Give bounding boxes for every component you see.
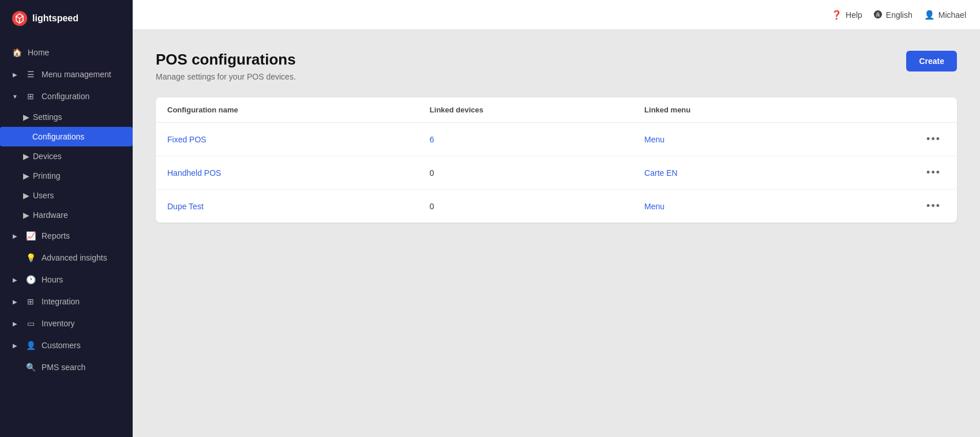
menu-management-icon: ☰ xyxy=(25,69,36,80)
sidebar: lightspeed 🏠 Home ▶ ☰ Menu management ▼ … xyxy=(0,0,133,437)
table-header: Configuration name Linked devices Linked… xyxy=(156,97,957,123)
home-icon: 🏠 xyxy=(12,47,22,58)
sidebar-item-inventory[interactable]: ▶ ▭ Inventory xyxy=(0,312,133,334)
help-label: Help xyxy=(846,10,862,20)
sidebar-item-customers[interactable]: ▶ 👤 Customers xyxy=(0,334,133,356)
hours-chevron-icon: ▶ xyxy=(12,276,18,283)
sidebar-item-hours[interactable]: ▶ 🕐 Hours xyxy=(0,269,133,291)
topbar: ❓ Help 🅐 English 👤 Michael xyxy=(133,0,980,30)
devices-chevron-icon: ▶ xyxy=(23,152,29,161)
create-button[interactable]: Create xyxy=(906,51,957,71)
customers-icon: 👤 xyxy=(25,340,36,351)
language-label: English xyxy=(886,10,913,20)
row-3-name-link[interactable]: Dupe Test xyxy=(167,202,204,211)
language-selector[interactable]: 🅐 English xyxy=(874,10,913,20)
sidebar-item-users[interactable]: ▶ Users xyxy=(0,186,133,205)
sidebar-item-home-label: Home xyxy=(28,48,49,57)
configurations-table: Configuration name Linked devices Linked… xyxy=(156,97,957,223)
customers-chevron-icon: ▶ xyxy=(12,342,18,349)
row-1-name-link[interactable]: Fixed POS xyxy=(167,135,206,144)
configuration-icon: ⊞ xyxy=(25,91,36,101)
page-title: POS configurations xyxy=(156,51,296,69)
users-chevron-icon: ▶ xyxy=(23,191,29,200)
user-icon: 👤 xyxy=(924,10,935,20)
col-header-actions xyxy=(827,97,957,123)
col-header-name: Configuration name xyxy=(156,97,418,123)
table-row: Fixed POS 6 Menu ••• xyxy=(156,123,957,156)
sidebar-item-devices[interactable]: ▶ Devices xyxy=(0,146,133,166)
help-icon: ❓ xyxy=(831,10,842,20)
sidebar-item-menu-management[interactable]: ▶ ☰ Menu management xyxy=(0,63,133,85)
hardware-chevron-icon: ▶ xyxy=(23,210,29,220)
row-3-devices: 0 xyxy=(418,190,633,223)
row-1-more-button[interactable]: ••• xyxy=(922,131,945,148)
sidebar-item-printing-label: Printing xyxy=(33,171,60,180)
sidebar-item-settings-label: Settings xyxy=(33,112,62,122)
reports-icon: 📈 xyxy=(25,231,36,241)
page-subtitle: Manage settings for your POS devices. xyxy=(156,72,296,81)
sidebar-item-configurations[interactable]: Configurations xyxy=(0,127,133,146)
pms-icon: 🔍 xyxy=(25,362,36,372)
page-header-text: POS configurations Manage settings for y… xyxy=(156,51,296,81)
sidebar-item-configurations-label: Configurations xyxy=(32,132,84,141)
logo[interactable]: lightspeed xyxy=(0,0,133,37)
page-content: POS configurations Manage settings for y… xyxy=(133,30,980,437)
table-body: Fixed POS 6 Menu ••• Handheld POS 0 Cart… xyxy=(156,123,957,223)
main-area: ❓ Help 🅐 English 👤 Michael POS configura… xyxy=(133,0,980,437)
col-header-menu: Linked menu xyxy=(633,97,827,123)
user-label: Michael xyxy=(938,10,966,20)
row-3-more-button[interactable]: ••• xyxy=(922,198,945,214)
logo-text: lightspeed xyxy=(32,13,78,24)
sidebar-item-settings[interactable]: ▶ Settings xyxy=(0,107,133,127)
row-1-devices-link[interactable]: 6 xyxy=(430,135,434,144)
row-3-menu-link[interactable]: Menu xyxy=(644,202,664,211)
sidebar-item-inventory-label: Inventory xyxy=(42,319,75,328)
chevron-down-icon: ▼ xyxy=(12,93,18,100)
inventory-icon: ▭ xyxy=(25,318,36,329)
printing-chevron-icon: ▶ xyxy=(23,171,29,180)
settings-chevron-icon: ▶ xyxy=(23,112,29,122)
table-row: Handheld POS 0 Carte EN ••• xyxy=(156,156,957,190)
sidebar-item-pms-search[interactable]: ▶ 🔍 PMS search xyxy=(0,356,133,378)
sidebar-item-printing[interactable]: ▶ Printing xyxy=(0,166,133,186)
integration-icon: ⊞ xyxy=(25,296,36,307)
row-2-devices: 0 xyxy=(418,156,633,190)
hours-icon: 🕐 xyxy=(25,274,36,285)
row-2-name-link[interactable]: Handheld POS xyxy=(167,168,221,178)
sidebar-navigation: 🏠 Home ▶ ☰ Menu management ▼ ⊞ Configura… xyxy=(0,37,133,437)
page-header: POS configurations Manage settings for y… xyxy=(156,51,957,81)
sidebar-item-integration[interactable]: ▶ ⊞ Integration xyxy=(0,291,133,312)
sidebar-item-configuration-label: Configuration xyxy=(42,92,89,101)
help-button[interactable]: ❓ Help xyxy=(831,10,862,20)
reports-chevron-icon: ▶ xyxy=(12,232,18,239)
sidebar-item-advanced-insights[interactable]: ▶ 💡 Advanced insights xyxy=(0,247,133,269)
logo-icon xyxy=(12,10,28,27)
integration-chevron-icon: ▶ xyxy=(12,298,18,305)
language-icon: 🅐 xyxy=(874,10,883,20)
sidebar-item-customers-label: Customers xyxy=(42,341,81,350)
insights-icon: 💡 xyxy=(25,253,36,263)
chevron-icon: ▶ xyxy=(12,71,18,78)
sidebar-item-menu-management-label: Menu management xyxy=(42,70,111,79)
sidebar-item-home[interactable]: 🏠 Home xyxy=(0,42,133,63)
sidebar-item-devices-label: Devices xyxy=(33,152,62,161)
sidebar-item-pms-search-label: PMS search xyxy=(42,363,85,372)
row-2-more-button[interactable]: ••• xyxy=(922,164,945,181)
sidebar-item-integration-label: Integration xyxy=(42,297,80,306)
table-row: Dupe Test 0 Menu ••• xyxy=(156,190,957,223)
sidebar-item-reports-label: Reports xyxy=(42,231,70,240)
user-menu[interactable]: 👤 Michael xyxy=(924,10,966,20)
sidebar-item-hardware-label: Hardware xyxy=(33,210,68,220)
row-1-menu-link[interactable]: Menu xyxy=(644,135,664,144)
sidebar-item-reports[interactable]: ▶ 📈 Reports xyxy=(0,225,133,247)
sidebar-item-advanced-insights-label: Advanced insights xyxy=(42,253,107,262)
row-2-menu-link[interactable]: Carte EN xyxy=(644,168,678,178)
inventory-chevron-icon: ▶ xyxy=(12,320,18,327)
col-header-devices: Linked devices xyxy=(418,97,633,123)
sidebar-item-configuration[interactable]: ▼ ⊞ Configuration xyxy=(0,85,133,107)
sidebar-item-hardware[interactable]: ▶ Hardware xyxy=(0,205,133,225)
sidebar-item-users-label: Users xyxy=(33,191,54,200)
configurations-table-container: Configuration name Linked devices Linked… xyxy=(156,97,957,223)
sidebar-item-hours-label: Hours xyxy=(42,275,63,284)
